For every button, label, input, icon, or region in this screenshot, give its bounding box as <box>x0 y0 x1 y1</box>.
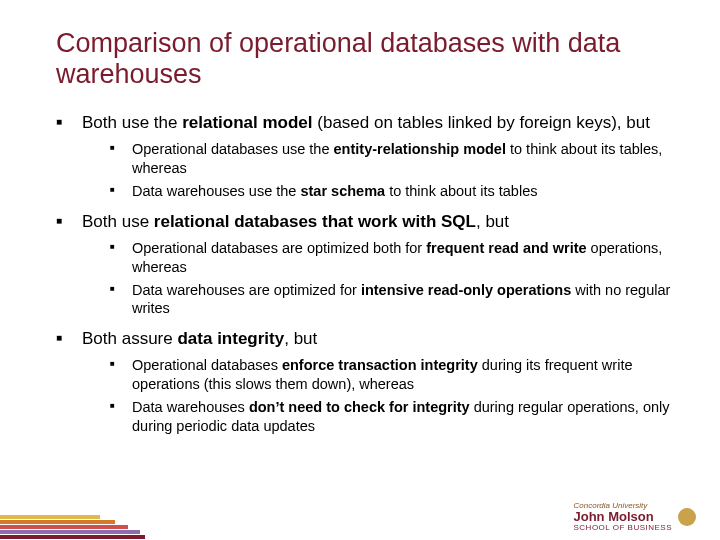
bold: relational databases that work with SQL <box>154 212 476 231</box>
slide-title: Comparison of operational databases with… <box>56 28 672 90</box>
stripe-icon <box>0 535 145 539</box>
text: , but <box>476 212 509 231</box>
footer-stripes <box>0 508 145 540</box>
stripe-icon <box>0 525 128 529</box>
bold: entity-relationship model <box>334 141 506 157</box>
stripe-icon <box>0 515 100 519</box>
bold: don’t need to check for integrity <box>249 399 470 415</box>
stripe-icon <box>0 530 140 534</box>
text: (based on tables linked by foreign keys)… <box>313 113 650 132</box>
logo-name: John Molson <box>574 510 673 524</box>
text: Data warehouses <box>132 399 249 415</box>
bold: relational model <box>182 113 312 132</box>
sub-bullet: Operational databases enforce transactio… <box>110 356 672 394</box>
text: Operational databases <box>132 357 282 373</box>
bold: data integrity <box>177 329 284 348</box>
text: Operational databases are optimized both… <box>132 240 426 256</box>
seal-icon <box>678 508 696 526</box>
text: , but <box>284 329 317 348</box>
bullet-3: Both assure data integrity, but Operatio… <box>56 328 672 435</box>
text: Data warehouses use the <box>132 183 300 199</box>
text: Both assure <box>82 329 177 348</box>
bold: star schema <box>300 183 385 199</box>
sub-bullet: Operational databases are optimized both… <box>110 239 672 277</box>
sub-bullet: Data warehouses use the star schema to t… <box>110 182 672 201</box>
slide: Comparison of operational databases with… <box>0 0 720 540</box>
sub-bullet: Data warehouses don’t need to check for … <box>110 398 672 436</box>
bold: intensive read-only operations <box>361 282 571 298</box>
stripe-icon <box>0 520 115 524</box>
text: Both use the <box>82 113 182 132</box>
logo-text: Concordia University John Molson SCHOOL … <box>574 502 673 532</box>
logo-school: SCHOOL OF BUSINESS <box>574 524 673 532</box>
text: Both use <box>82 212 154 231</box>
sub-list: Operational databases enforce transactio… <box>82 356 672 435</box>
text: Data warehouses are optimized for <box>132 282 361 298</box>
text: to think about its tables <box>385 183 537 199</box>
bold: frequent read and write <box>426 240 586 256</box>
bold: enforce transaction integrity <box>282 357 478 373</box>
bullet-2: Both use relational databases that work … <box>56 211 672 318</box>
footer-logo: Concordia University John Molson SCHOOL … <box>574 502 697 532</box>
sub-list: Operational databases are optimized both… <box>82 239 672 318</box>
sub-bullet: Data warehouses are optimized for intens… <box>110 281 672 319</box>
sub-bullet: Operational databases use the entity-rel… <box>110 140 672 178</box>
bullet-list: Both use the relational model (based on … <box>56 112 672 436</box>
text: Operational databases use the <box>132 141 334 157</box>
bullet-1: Both use the relational model (based on … <box>56 112 672 201</box>
sub-list: Operational databases use the entity-rel… <box>82 140 672 201</box>
